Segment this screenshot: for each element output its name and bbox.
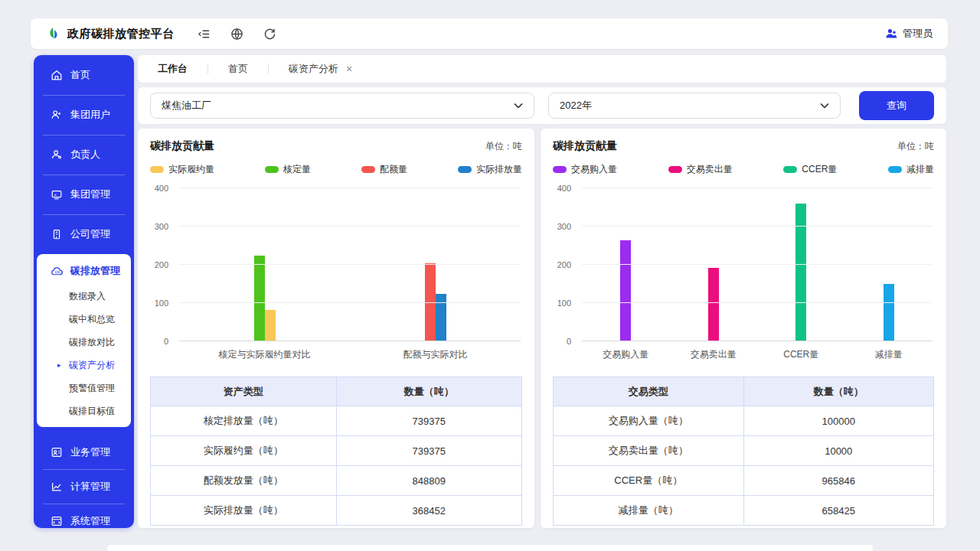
app-header: 政府碳排放管控平台 管理员	[31, 18, 948, 49]
app-title: 政府碳排放管控平台	[67, 27, 175, 41]
table-row: 减排量（吨）658425	[554, 496, 934, 526]
admin-menu[interactable]: 管理员	[885, 27, 933, 41]
sidebar-item-carbon-management[interactable]: CO₂ 碳排放管理	[37, 257, 131, 285]
tab-carbon-asset-analysis[interactable]: 碳资产分析 ×	[289, 62, 352, 76]
refresh-icon[interactable]	[263, 28, 276, 41]
y-axis: 0100200300400	[553, 188, 574, 341]
y-axis-tick: 0	[550, 337, 571, 346]
y-axis-tick: 400	[147, 184, 168, 193]
asset-type-cell: 核定排放量（吨）	[151, 406, 337, 436]
sidebar-item-company-management[interactable]: 公司管理	[34, 214, 134, 254]
sidebar-item-label: 公司管理	[70, 227, 110, 241]
trade-type-cell: 减排量（吨）	[554, 496, 744, 526]
legend-pill	[783, 166, 797, 173]
x-axis-label: 核定与实际履约量对比	[219, 348, 311, 361]
chevron-down-icon	[514, 103, 523, 109]
sidebar-item-emission-target[interactable]: 碳排目标值	[37, 399, 131, 422]
admin-user-icon	[885, 28, 897, 40]
gridline	[582, 302, 933, 303]
tab-label: 首页	[228, 62, 248, 76]
y-axis: 0100200300400	[150, 188, 172, 341]
line-chart-icon	[51, 481, 63, 493]
y-axis-tick: 100	[147, 298, 168, 308]
query-button[interactable]: 查询	[859, 91, 934, 120]
close-icon[interactable]: ×	[346, 64, 352, 74]
bar-group: 减排量	[845, 188, 933, 341]
home-icon	[51, 69, 63, 81]
bar-实际排放量	[436, 294, 446, 342]
building-icon	[51, 228, 63, 240]
bar-实际履约量	[265, 310, 276, 341]
year-select-value: 2022年	[560, 99, 592, 112]
legend-label: 实际履约量	[168, 163, 214, 176]
sidebar-item-person-in-charge[interactable]: 负责人	[34, 135, 134, 174]
chart-unit: 单位：吨	[485, 140, 522, 153]
legend-item[interactable]: 交易购入量	[553, 163, 617, 176]
x-axis-label: CCER量	[783, 348, 818, 361]
tab-label: 工作台	[158, 62, 188, 76]
chart-legend: 交易购入量交易卖出量CCER量减排量	[553, 163, 934, 176]
sidebar-item-system-management[interactable]: 系统管理	[34, 504, 134, 528]
sidebar-item-business-management[interactable]: 业务管理	[34, 435, 134, 469]
submenu-title: 碳排放管理	[70, 264, 120, 278]
year-select[interactable]: 2022年	[548, 93, 841, 119]
chevron-down-icon	[820, 103, 829, 109]
sidebar-item-carbon-neutral-overview[interactable]: 碳中和总览	[37, 308, 131, 331]
sidebar-item-calculation-management[interactable]: 计算管理	[34, 469, 134, 504]
legend-pill	[361, 166, 375, 173]
tab-workbench[interactable]: 工作台	[158, 62, 188, 76]
legend-item[interactable]: 实际履约量	[150, 163, 214, 176]
y-axis-tick: 0	[147, 337, 168, 346]
bar-group: 核定与实际履约量对比	[179, 188, 350, 341]
table-row: 实际排放量（吨）368452	[151, 496, 522, 526]
sidebar-item-label: 系统管理	[70, 514, 110, 528]
sidebar-item-home[interactable]: 首页	[34, 55, 134, 95]
collapse-menu-icon[interactable]	[198, 28, 211, 41]
sidebar-item-group-users[interactable]: 集团用户	[34, 95, 134, 135]
tab-home[interactable]: 首页	[228, 62, 248, 76]
tab-divider	[207, 64, 208, 74]
trade-type-cell: CCER量（吨）	[554, 466, 744, 496]
legend-item[interactable]: 减排量	[888, 163, 934, 176]
sidebar-item-label: 集团管理	[70, 187, 110, 201]
asset-type-cell: 配额发放量（吨）	[151, 466, 337, 496]
legend-item[interactable]: 实际排放量	[458, 163, 522, 176]
globe-icon[interactable]	[230, 28, 243, 41]
table-row: 交易购入量（吨）100000	[554, 406, 934, 436]
factory-select[interactable]: 煤焦油工厂	[150, 93, 534, 119]
sidebar-item-emission-comparison[interactable]: 碳排放对比	[37, 331, 131, 354]
legend-item[interactable]: 交易卖出量	[668, 163, 733, 176]
admin-label: 管理员	[903, 27, 933, 41]
factory-select-value: 煤焦油工厂	[162, 99, 211, 112]
bar-减排量	[884, 284, 894, 341]
sidebar-item-warning-value-management[interactable]: 预警值管理	[37, 377, 131, 399]
asset-type-cell: 实际履约量（吨）	[151, 436, 337, 466]
trade-value-cell: 658425	[743, 496, 934, 526]
bar-chart-assets: 0100200300400 核定与实际履约量对比配额与实际对比	[150, 188, 522, 366]
trade-value-cell: 10000	[743, 436, 934, 466]
submenu-item-label: 预警值管理	[69, 382, 115, 395]
legend-label: 核定量	[283, 163, 311, 176]
x-axis-label: 配额与实际对比	[403, 348, 468, 361]
gridline	[582, 341, 933, 341]
gridline	[582, 264, 933, 265]
sidebar-item-label: 负责人	[70, 148, 100, 161]
legend-item[interactable]: CCER量	[783, 163, 837, 176]
carbon-management-submenu: CO₂ 碳排放管理 数据录入 碳中和总览 碳排放对比 ▸ 碳资产分析 预警值管理…	[37, 254, 131, 427]
plot-area: 核定与实际履约量对比配额与实际对比	[179, 188, 521, 341]
sidebar-item-data-entry[interactable]: 数据录入	[37, 285, 131, 308]
legend-label: CCER量	[802, 163, 837, 176]
legend-item[interactable]: 核定量	[265, 163, 311, 176]
legend-label: 实际排放量	[476, 163, 522, 176]
table-row: 交易卖出量（吨）10000	[554, 436, 934, 466]
plot-area: 交易购入量交易卖出量CCER量减排量	[582, 188, 933, 341]
table-header: 资产类型	[151, 377, 337, 406]
chart-unit: 单位：吨	[897, 140, 934, 153]
chart-title: 碳排放贡献量	[553, 139, 617, 153]
legend-label: 交易卖出量	[687, 163, 733, 176]
sidebar-item-group-management[interactable]: 集团管理	[34, 174, 134, 214]
sidebar-item-carbon-asset-analysis[interactable]: ▸ 碳资产分析	[37, 354, 131, 377]
legend-pill	[458, 166, 472, 173]
tab-divider	[268, 64, 269, 74]
legend-item[interactable]: 配额量	[361, 163, 407, 176]
